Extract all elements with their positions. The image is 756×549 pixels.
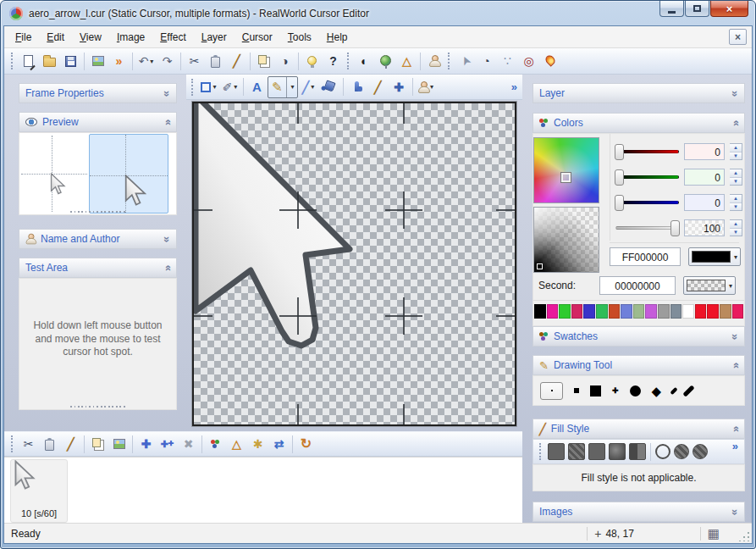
ring-effect-button[interactable]: ◎ (518, 51, 539, 71)
chevron-down-icon[interactable]: » (730, 508, 741, 514)
fill-style-solid[interactable] (548, 443, 565, 460)
frame-paste-button[interactable] (39, 434, 60, 454)
chevron-up-icon[interactable]: » (162, 264, 173, 270)
undo-button[interactable]: ↶▾ (135, 51, 157, 71)
menu-file[interactable]: File (8, 27, 39, 47)
color-swatch[interactable] (571, 304, 583, 319)
chevron-up-icon[interactable]: » (730, 119, 741, 125)
preview-tile-32[interactable] (21, 136, 87, 212)
fill-style-overflow-button[interactable]: » (732, 440, 738, 452)
hue-picker-marker[interactable] (561, 173, 571, 182)
text-tool-button[interactable]: A (246, 77, 268, 97)
grid-toggle-icon[interactable]: ▦ (708, 526, 720, 541)
spin-down-icon[interactable]: ▼ (730, 202, 742, 211)
color-swatch[interactable] (609, 304, 621, 319)
line-dropdown-icon[interactable]: ▾ (311, 83, 314, 91)
color-swatch[interactable] (596, 304, 608, 319)
frame-cut-button[interactable]: ✂ (18, 434, 39, 454)
pointer-effect-button[interactable]: ➤ (455, 51, 476, 71)
spin-up-icon[interactable]: ▲ (730, 144, 742, 152)
secondary-hex-field[interactable]: 00000000 (599, 276, 676, 295)
chevron-down-icon[interactable]: » (162, 236, 173, 241)
screen-colors-button[interactable] (375, 51, 396, 71)
smudge-tool-button[interactable] (346, 77, 367, 97)
flame-effect-button[interactable] (539, 51, 560, 71)
fill-style-outline-circle[interactable] (655, 444, 670, 459)
add-frame-button[interactable]: ✚ (135, 434, 157, 454)
secondary-color-dropdown[interactable]: ▾ (683, 276, 736, 295)
brush-shape-cross[interactable]: ✚ (612, 387, 619, 395)
color-swatch[interactable] (658, 304, 670, 319)
frame-colors-button[interactable] (205, 434, 226, 454)
images-header[interactable]: Images » (533, 502, 745, 522)
frame-settings-button[interactable]: ✱ (247, 434, 268, 454)
preview-header[interactable]: Preview » (19, 112, 177, 132)
red-slider-thumb[interactable] (615, 144, 624, 160)
color-swatch[interactable] (695, 304, 707, 319)
toolbar-grip[interactable] (347, 53, 350, 69)
hue-picker[interactable] (533, 137, 599, 203)
color-swatch[interactable] (707, 304, 719, 319)
editor-canvas[interactable] (192, 102, 516, 426)
brush-copy-button[interactable]: ╱ (226, 51, 247, 71)
color-swatch[interactable] (633, 304, 645, 319)
brush-shape-small-stroke[interactable] (670, 386, 677, 394)
frame-brush-button[interactable]: ╱ (60, 434, 81, 454)
drawing-tool-header[interactable]: ✎ Drawing Tool » (533, 355, 745, 375)
spin-up-icon[interactable]: ▲ (730, 169, 742, 177)
toolbar-grip[interactable] (539, 443, 543, 460)
minimize-button[interactable] (659, 1, 684, 17)
paste-button[interactable] (205, 51, 226, 71)
window-resize-grip[interactable] (739, 530, 750, 541)
chevron-up-icon[interactable]: » (162, 119, 173, 125)
bubbles-effect-button[interactable]: ∵ (497, 51, 518, 71)
picker-dropdown-icon[interactable]: ▾ (234, 83, 237, 91)
close-button[interactable]: × (710, 1, 748, 17)
context-help-button[interactable]: ? (323, 51, 344, 71)
maximize-button[interactable] (685, 1, 709, 17)
brush-shape-dot-selected[interactable] (540, 382, 563, 400)
blue-value-field[interactable]: 0 (684, 194, 725, 211)
fill-style-hatch-circle-2[interactable] (693, 444, 708, 459)
spin-down-icon[interactable]: ▼ (730, 152, 742, 160)
color-swatch[interactable] (583, 304, 595, 319)
green-spinner[interactable]: ▲▼ (730, 169, 742, 186)
color-swatch[interactable] (732, 304, 744, 319)
select-dropdown-icon[interactable]: ▾ (212, 83, 216, 91)
measure-button[interactable]: △ (396, 51, 417, 71)
color-swatch[interactable] (682, 304, 694, 319)
brush-shape-diamond[interactable]: ◆ (652, 385, 662, 397)
chevron-down-icon[interactable]: » (162, 90, 173, 96)
color-picker-tool-button[interactable]: ✐▾ (219, 77, 240, 97)
delete-frame-button[interactable]: ✖ (178, 434, 199, 454)
frame-order-button[interactable]: ⇄ (268, 434, 290, 454)
menu-help[interactable]: Help (319, 27, 356, 47)
add-frames-button[interactable]: ✚✚ (157, 434, 178, 454)
chevron-down-icon[interactable]: » (730, 90, 741, 96)
red-value-field[interactable]: 0 (684, 143, 725, 160)
frame-duplicate-button[interactable] (87, 434, 108, 454)
primary-hex-field[interactable]: FF000000 (610, 247, 681, 266)
swatches-header[interactable]: Swatches » (533, 326, 745, 347)
adjust-image-button[interactable]: ◑ (274, 51, 295, 71)
alpha-value-field[interactable]: 100 (684, 219, 725, 236)
panel-resize-handle[interactable] (70, 406, 126, 408)
gauge-effect-button[interactable]: ◔ (476, 51, 497, 71)
test-cursor-button[interactable]: ▾ (416, 77, 437, 97)
color-swatch[interactable] (670, 304, 682, 319)
name-author-header[interactable]: Name and Author » (19, 229, 177, 249)
shade-picker[interactable] (533, 207, 599, 273)
fill-style-header[interactable]: ╱ Fill Style » (533, 419, 745, 439)
layer-header[interactable]: Layer » (533, 83, 745, 103)
toolbar-grip[interactable] (191, 79, 195, 96)
test-dropdown-icon[interactable]: ▾ (430, 83, 433, 91)
menu-layer[interactable]: Layer (194, 27, 235, 47)
menu-image[interactable]: Image (109, 27, 152, 47)
menu-tools[interactable]: Tools (280, 27, 319, 47)
color-swatch[interactable] (720, 304, 731, 319)
redo-button[interactable]: ↷ (157, 51, 178, 71)
fill-style-gradient[interactable] (609, 443, 626, 460)
red-slider[interactable] (615, 150, 679, 153)
sound-button[interactable]: » (108, 51, 130, 71)
menubar-close-button[interactable]: × (729, 29, 747, 45)
